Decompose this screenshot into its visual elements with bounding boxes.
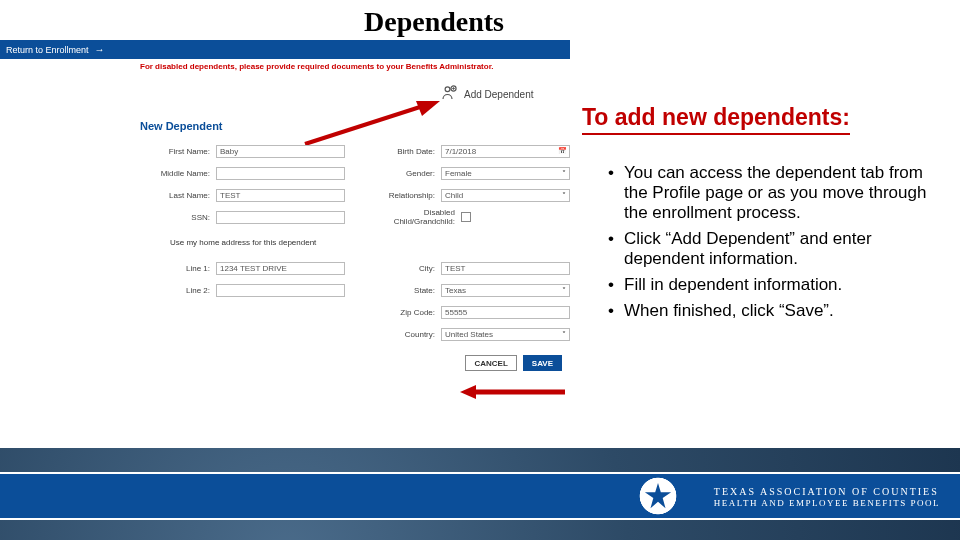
use-home-address-label: Use my home address for this dependent bbox=[170, 238, 316, 247]
svg-point-0 bbox=[445, 87, 450, 92]
svg-marker-6 bbox=[645, 483, 671, 508]
state-label: State: bbox=[365, 286, 435, 295]
use-home-address-row: Use my home address for this dependent bbox=[170, 238, 570, 247]
middle-name-label: Middle Name: bbox=[140, 169, 210, 178]
form-heading: New Dependent bbox=[140, 120, 570, 132]
add-dependent-label: Add Dependent bbox=[464, 89, 534, 100]
city-label: City: bbox=[365, 264, 435, 273]
relationship-select[interactable]: Child bbox=[441, 189, 570, 202]
last-name-input[interactable]: TEST bbox=[216, 189, 345, 202]
gender-label: Gender: bbox=[365, 169, 435, 178]
instruction-item: When finished, click “Save”. bbox=[608, 301, 938, 321]
slide: Dependents Return to Enrollment → For di… bbox=[0, 0, 960, 540]
instructions-heading: To add new dependents: bbox=[582, 104, 850, 135]
birth-date-input[interactable]: 7/1/2018 bbox=[441, 145, 570, 158]
disabled-child-checkbox[interactable] bbox=[461, 212, 471, 222]
save-button[interactable]: SAVE bbox=[523, 355, 562, 371]
last-name-label: Last Name: bbox=[140, 191, 210, 200]
svg-marker-3 bbox=[416, 101, 440, 116]
first-name-label: First Name: bbox=[140, 147, 210, 156]
zip-label: Zip Code: bbox=[365, 308, 435, 317]
footer-text: TEXAS ASSOCIATION OF COUNTIES HEALTH AND… bbox=[714, 485, 940, 510]
ssn-label: SSN: bbox=[140, 213, 210, 222]
zip-input[interactable]: 55555 bbox=[441, 306, 570, 319]
country-select[interactable]: United States bbox=[441, 328, 570, 341]
footer-line2: HEALTH AND EMPLOYEE BENEFITS POOL bbox=[714, 498, 940, 510]
add-dependent-button[interactable]: Add Dependent bbox=[440, 84, 534, 104]
disabled-dependents-note: For disabled dependents, please provide … bbox=[140, 62, 494, 71]
return-to-enrollment-bar[interactable]: Return to Enrollment → bbox=[0, 40, 570, 59]
instruction-item: Click “Add Dependent” and enter dependen… bbox=[608, 229, 938, 269]
page-title: Dependents bbox=[364, 6, 504, 38]
right-arrow-icon: → bbox=[95, 44, 105, 55]
new-dependent-form: New Dependent First Name:Baby Middle Nam… bbox=[140, 120, 570, 400]
instructions-list: You can access the dependent tab from th… bbox=[608, 163, 938, 327]
instruction-item: You can access the dependent tab from th… bbox=[608, 163, 938, 223]
form-buttons: CANCEL SAVE bbox=[140, 355, 570, 371]
cancel-button[interactable]: CANCEL bbox=[465, 355, 516, 371]
state-select[interactable]: Texas bbox=[441, 284, 570, 297]
return-label: Return to Enrollment bbox=[6, 45, 89, 55]
birth-date-label: Birth Date: bbox=[365, 147, 435, 156]
callout-arrow-save bbox=[460, 385, 565, 399]
city-input[interactable]: TEST bbox=[441, 262, 570, 275]
first-name-input[interactable]: Baby bbox=[216, 145, 345, 158]
tac-seal-icon bbox=[636, 474, 680, 518]
relationship-label: Relationship: bbox=[365, 191, 435, 200]
middle-name-input[interactable] bbox=[216, 167, 345, 180]
form-left-column: First Name:Baby Middle Name: Last Name:T… bbox=[140, 144, 345, 232]
form-right-column: Birth Date:7/1/2018 Gender:Female Relati… bbox=[365, 144, 570, 232]
line1-label: Line 1: bbox=[140, 264, 210, 273]
person-plus-icon bbox=[440, 84, 458, 104]
country-label: Country: bbox=[365, 330, 435, 339]
svg-marker-5 bbox=[460, 385, 476, 399]
disabled-child-label: Disabled Child/Grandchild: bbox=[365, 208, 455, 226]
ssn-input[interactable] bbox=[216, 211, 345, 224]
line1-input[interactable]: 1234 TEST DRIVE bbox=[216, 262, 345, 275]
footer-line1: TEXAS ASSOCIATION OF COUNTIES bbox=[714, 485, 940, 498]
instruction-item: Fill in dependent information. bbox=[608, 275, 938, 295]
line2-label: Line 2: bbox=[140, 286, 210, 295]
line2-input[interactable] bbox=[216, 284, 345, 297]
gender-select[interactable]: Female bbox=[441, 167, 570, 180]
